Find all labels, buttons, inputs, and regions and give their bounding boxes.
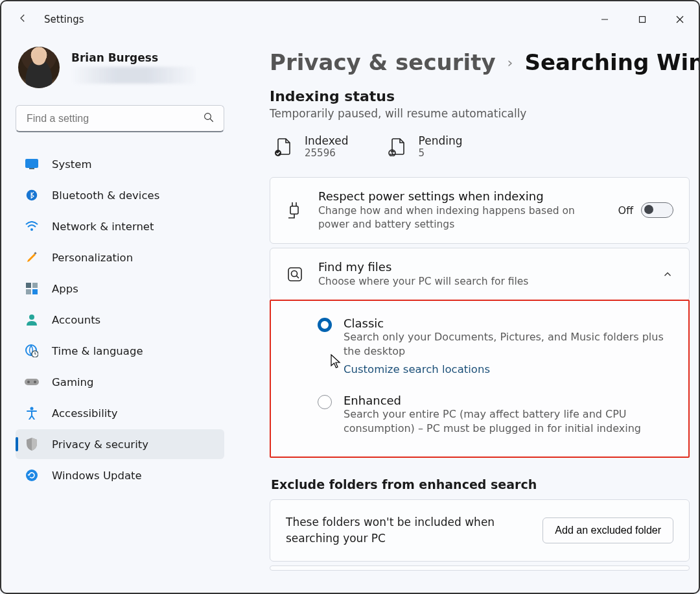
sidebar-item-apps[interactable]: Apps — [16, 274, 224, 303]
sidebar-item-accessibility[interactable]: Accessibility — [16, 398, 224, 428]
pending-value: 5 — [419, 147, 463, 159]
sidebar-item-accounts[interactable]: Accounts — [16, 305, 224, 335]
nav-label: Network & internet — [52, 220, 154, 233]
svg-point-15 — [29, 315, 34, 320]
avatar — [18, 47, 60, 88]
app-title: Settings — [44, 14, 84, 25]
enhanced-title: Enhanced — [344, 394, 673, 407]
apps-icon — [25, 281, 39, 296]
svg-rect-18 — [25, 379, 39, 385]
minimize-button[interactable] — [586, 5, 624, 34]
power-title: Respect power settings when indexing — [318, 189, 603, 203]
power-sub: Change how and when indexing happens bas… — [318, 204, 603, 232]
main-content: Privacy & security › Searching Windows I… — [235, 38, 699, 594]
gamepad-icon — [25, 375, 39, 389]
option-enhanced[interactable]: Enhanced Search your entire PC (may affe… — [310, 388, 681, 442]
sidebar-item-windows-update[interactable]: Windows Update — [16, 460, 224, 490]
profile-subtext-blurred — [71, 67, 198, 84]
nav-label: Accounts — [52, 314, 100, 326]
sidebar-item-time-language[interactable]: Time & language — [16, 336, 224, 366]
exclude-heading: Exclude folders from enhanced search — [271, 477, 690, 492]
svg-point-23 — [275, 150, 281, 156]
find-my-files-card[interactable]: Find my files Choose where your PC will … — [270, 248, 690, 301]
svg-rect-25 — [290, 206, 298, 214]
search-box[interactable] — [16, 105, 224, 132]
update-icon — [25, 468, 39, 482]
wifi-icon — [25, 219, 39, 233]
svg-rect-28 — [288, 268, 301, 281]
find-title: Find my files — [318, 260, 648, 274]
svg-line-5 — [210, 119, 213, 122]
breadcrumb-parent[interactable]: Privacy & security — [270, 49, 496, 75]
add-excluded-folder-button[interactable]: Add an excluded folder — [542, 517, 673, 543]
sidebar-item-personalization[interactable]: Personalization — [16, 243, 224, 272]
svg-point-22 — [26, 469, 38, 481]
indexing-status-heading: Indexing status — [270, 88, 690, 104]
nav-label: Accessibility — [52, 407, 118, 420]
breadcrumb: Privacy & security › Searching Windows — [270, 49, 690, 75]
find-sub: Choose where your PC will search for fil… — [318, 275, 648, 289]
enhanced-sub: Search your entire PC (may affect batter… — [344, 407, 673, 436]
chevron-right-icon: › — [508, 54, 513, 71]
profile-name: Brian Burgess — [71, 51, 198, 64]
sidebar: Brian Burgess System Bluetooth & devices… — [1, 38, 235, 594]
classic-title: Classic — [344, 316, 673, 330]
sidebar-item-bluetooth[interactable]: Bluetooth & devices — [16, 180, 224, 210]
svg-line-30 — [297, 276, 299, 278]
svg-rect-14 — [32, 289, 38, 294]
file-check-icon — [274, 137, 293, 156]
svg-rect-13 — [26, 289, 31, 294]
nav-label: Windows Update — [52, 469, 142, 482]
svg-rect-12 — [32, 283, 38, 288]
sidebar-item-privacy-security[interactable]: Privacy & security — [16, 429, 224, 459]
nav-label: Personalization — [52, 252, 133, 264]
customize-search-locations-link[interactable]: Customize search locations — [344, 363, 673, 375]
nav-label: Privacy & security — [52, 438, 148, 451]
profile-block[interactable]: Brian Burgess — [16, 43, 224, 105]
display-icon — [25, 157, 39, 171]
svg-point-9 — [30, 228, 33, 231]
back-arrow-icon[interactable] — [17, 12, 29, 27]
file-refresh-icon — [388, 137, 407, 156]
breadcrumb-current: Searching Windows — [524, 49, 699, 75]
nav-label: System — [52, 158, 92, 171]
sidebar-item-gaming[interactable]: Gaming — [16, 367, 224, 397]
svg-point-4 — [205, 113, 211, 119]
indexed-label: Indexed — [305, 134, 349, 147]
svg-point-21 — [30, 407, 34, 410]
search-input[interactable] — [25, 112, 196, 125]
classic-sub: Search only your Documents, Pictures, an… — [344, 330, 673, 359]
svg-point-19 — [27, 381, 30, 383]
svg-point-8 — [27, 190, 38, 201]
sidebar-item-system[interactable]: System — [16, 149, 224, 179]
close-button[interactable] — [661, 5, 699, 34]
accessibility-icon — [25, 406, 39, 420]
paintbrush-icon — [25, 250, 39, 265]
svg-rect-1 — [640, 17, 646, 23]
svg-rect-7 — [29, 168, 34, 169]
svg-rect-6 — [25, 159, 38, 168]
title-bar: Settings — [1, 1, 699, 38]
indexed-stat: Indexed 25596 — [274, 134, 349, 159]
search-file-icon — [286, 265, 304, 283]
power-settings-card[interactable]: Respect power settings when indexing Cha… — [270, 177, 690, 244]
globe-clock-icon — [25, 344, 39, 358]
radio-enhanced[interactable] — [318, 395, 332, 409]
bluetooth-icon — [25, 188, 39, 202]
chevron-up-icon[interactable] — [662, 268, 673, 280]
find-options-highlighted: Classic Search only your Documents, Pict… — [270, 300, 690, 458]
svg-point-29 — [292, 270, 298, 276]
pending-stat: Pending 5 — [388, 134, 463, 159]
indexing-status-sub: Temporarily paused, will resume automati… — [270, 107, 690, 120]
maximize-button[interactable] — [624, 5, 661, 34]
power-toggle[interactable] — [641, 202, 673, 218]
next-card-peek — [270, 565, 690, 571]
exclude-card: These folders won't be included when sea… — [270, 499, 690, 561]
radio-classic[interactable] — [318, 318, 332, 332]
svg-rect-11 — [26, 283, 31, 288]
plug-icon — [286, 201, 304, 219]
pending-label: Pending — [419, 134, 463, 147]
sidebar-item-network[interactable]: Network & internet — [16, 211, 224, 241]
option-classic[interactable]: Classic Search only your Documents, Pict… — [310, 311, 681, 381]
indexed-value: 25596 — [305, 147, 349, 159]
